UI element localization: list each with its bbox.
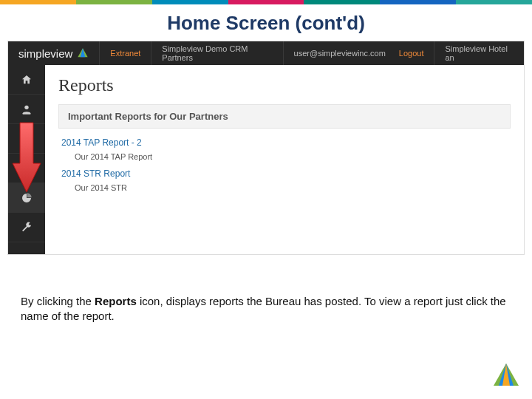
report-description: Our 2014 TAP Report xyxy=(58,151,511,166)
slide-accent-bar xyxy=(0,0,532,4)
page-title: Reports xyxy=(58,75,511,95)
svg-point-2 xyxy=(24,105,28,109)
user-email: user@simpleviewinc.com xyxy=(283,41,396,65)
user-icon xyxy=(21,103,33,115)
sidebar xyxy=(8,65,45,254)
app-topbar: simpleview Extranet Simpleview Demo CRM … xyxy=(8,41,524,65)
bed-icon xyxy=(21,163,33,174)
logout-link[interactable]: Logout xyxy=(396,41,434,65)
slide-title: Home Screen (cont'd) xyxy=(0,4,532,41)
brand-text: simpleview xyxy=(18,47,72,60)
sidebar-item-home[interactable] xyxy=(8,65,45,95)
accent-seg xyxy=(380,0,456,4)
brand: simpleview xyxy=(8,47,99,60)
accent-seg xyxy=(456,0,532,4)
sidebar-item-ticket[interactable] xyxy=(8,124,45,154)
app-screenshot: simpleview Extranet Simpleview Demo CRM … xyxy=(7,41,525,255)
accent-seg xyxy=(304,0,380,4)
slide-caption: By clicking the Reports icon, displays r… xyxy=(21,294,511,324)
report-link[interactable]: 2014 TAP Report - 2 xyxy=(58,134,511,151)
report-description: Our 2014 STR xyxy=(58,182,511,197)
sidebar-item-settings[interactable] xyxy=(8,213,45,242)
home-icon xyxy=(21,74,33,86)
report-link[interactable]: 2014 STR Report xyxy=(58,166,511,182)
section-header: Important Reports for Our Partners xyxy=(58,104,511,129)
reports-icon xyxy=(21,192,33,204)
wrench-icon xyxy=(21,222,33,233)
ticket-icon xyxy=(21,133,33,145)
caption-bold: Reports xyxy=(95,295,137,307)
sidebar-item-reports[interactable] xyxy=(8,183,45,213)
accent-seg xyxy=(76,0,152,4)
context-label: Simpleview Demo CRM Partners xyxy=(151,41,282,65)
accent-seg xyxy=(152,0,228,4)
caption-text: By clicking the xyxy=(21,295,95,307)
corner-logo-icon xyxy=(494,364,519,389)
svg-rect-3 xyxy=(22,136,31,141)
accent-seg xyxy=(228,0,304,4)
extranet-link[interactable]: Extranet xyxy=(99,41,151,65)
brand-logo-icon xyxy=(77,47,89,59)
sidebar-item-bed[interactable] xyxy=(8,154,45,183)
sidebar-item-user[interactable] xyxy=(8,95,45,124)
content-area: Reports Important Reports for Our Partne… xyxy=(45,65,524,254)
accent-seg xyxy=(0,0,76,4)
hotel-app-link[interactable]: Simpleview Hotel an xyxy=(434,41,524,65)
app-main: Reports Important Reports for Our Partne… xyxy=(8,65,524,254)
